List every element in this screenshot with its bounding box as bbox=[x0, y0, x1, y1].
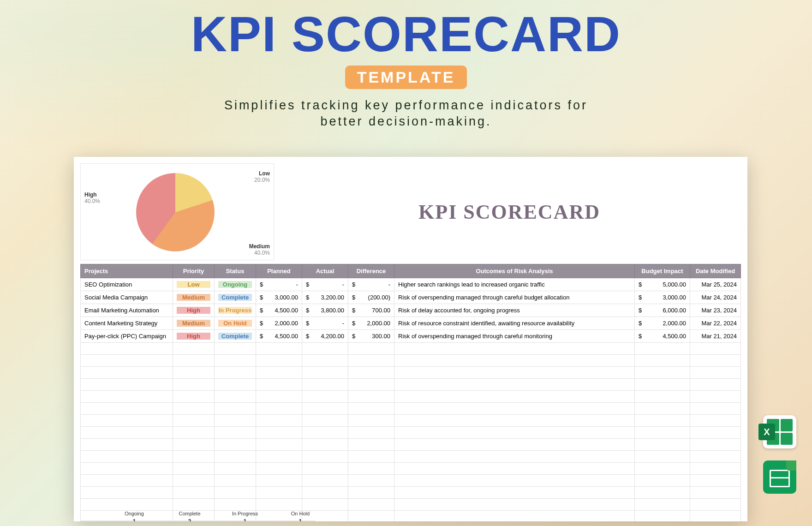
table-row-empty bbox=[81, 499, 741, 511]
table-row: SEO OptimizationLowOngoing$-$-$-Higher s… bbox=[81, 278, 741, 291]
cell-status: Ongoing bbox=[215, 278, 256, 291]
x-tick-complete: Complete bbox=[173, 511, 206, 516]
cell-priority: Medium bbox=[173, 291, 215, 304]
subtitle-line-1: Simplifies tracking key performance indi… bbox=[0, 97, 812, 114]
priority-chip: Medium bbox=[177, 294, 210, 301]
status-chip: Ongoing bbox=[218, 281, 252, 288]
cell-actual: $3,800.00 bbox=[302, 304, 348, 317]
pie-label-medium: Medium bbox=[249, 243, 270, 250]
pie-label-high: High bbox=[84, 191, 97, 198]
table-row: Content Marketing StrategyMediumOn Hold$… bbox=[81, 317, 741, 330]
cell-date: Mar 23, 2024 bbox=[690, 304, 741, 317]
table-row: Pay-per-click (PPC) CampaignHighComplete… bbox=[81, 330, 741, 343]
cell-status: In Progress bbox=[215, 304, 256, 317]
cell-project: Pay-per-click (PPC) Campaign bbox=[81, 330, 173, 343]
cell-planned: $2,000.00 bbox=[256, 317, 302, 330]
cell-budget: $6,000.00 bbox=[635, 304, 690, 317]
bar-value-ongoing: 1 bbox=[118, 518, 150, 521]
table-header-row: Projects Priority Status Planned Actual … bbox=[81, 264, 741, 278]
cell-difference: $300.00 bbox=[348, 330, 394, 343]
cell-budget: $5,000.00 bbox=[635, 278, 690, 291]
cell-priority: Medium bbox=[173, 317, 215, 330]
table-row: Email Marketing AutomationHighIn Progres… bbox=[81, 304, 741, 317]
x-tick-on-hold: On Hold bbox=[284, 511, 316, 516]
cell-risk: Risk of overspending managed through car… bbox=[394, 291, 635, 304]
table-row-empty bbox=[81, 427, 741, 439]
priority-chip: Low bbox=[177, 281, 210, 288]
th-date: Date Modified bbox=[690, 264, 741, 278]
cell-priority: High bbox=[173, 304, 215, 317]
subtitle: Simplifies tracking key performance indi… bbox=[0, 97, 812, 130]
status-chip: On Hold bbox=[218, 320, 252, 327]
spreadsheet-preview: High 40.0% Low 20.0% Medium 40.0% 2.0 1.… bbox=[74, 157, 747, 521]
th-actual: Actual bbox=[302, 264, 348, 278]
table-row-empty bbox=[81, 403, 741, 415]
pie-label-medium-pct: 40.0% bbox=[254, 250, 270, 256]
page-title: KPI SCORECARD bbox=[0, 9, 812, 59]
cell-date: Mar 22, 2024 bbox=[690, 317, 741, 330]
status-bar-chart: 2.0 1.5 1.0 0.5 0.0 1 2 1 1 Ongoing Comp… bbox=[80, 520, 316, 521]
app-icons bbox=[763, 415, 796, 494]
cell-difference: $2,000.00 bbox=[348, 317, 394, 330]
th-projects: Projects bbox=[81, 264, 173, 278]
subtitle-line-2: better decision-making. bbox=[0, 114, 812, 130]
status-chip: Complete bbox=[218, 333, 252, 340]
kpi-table: Projects Priority Status Planned Actual … bbox=[80, 264, 741, 521]
charts-row: High 40.0% Low 20.0% Medium 40.0% 2.0 1.… bbox=[80, 163, 741, 260]
template-badge: TEMPLATE bbox=[345, 66, 467, 89]
priority-pie-chart: High 40.0% Low 20.0% Medium 40.0% bbox=[80, 163, 274, 260]
status-chip: In Progress bbox=[218, 307, 252, 314]
th-planned: Planned bbox=[256, 264, 302, 278]
table-row: Social Media CampaignMediumComplete$3,00… bbox=[81, 291, 741, 304]
cell-actual: $3,200.00 bbox=[302, 291, 348, 304]
cell-risk: Risk of overspending managed through car… bbox=[394, 330, 635, 343]
cell-difference: $- bbox=[348, 278, 394, 291]
x-tick-ongoing: Ongoing bbox=[118, 511, 150, 516]
kpi-scorecard-heading: KPI SCORECARD bbox=[418, 200, 600, 224]
cell-budget: $2,000.00 bbox=[635, 317, 690, 330]
cell-planned: $3,000.00 bbox=[256, 291, 302, 304]
cell-risk: Higher search rankings lead to increased… bbox=[394, 278, 635, 291]
cell-actual: $- bbox=[302, 317, 348, 330]
table-row-empty bbox=[81, 487, 741, 499]
priority-chip: Medium bbox=[177, 320, 210, 327]
table-row-empty bbox=[81, 343, 741, 355]
status-chip: Complete bbox=[218, 294, 252, 301]
table-row-empty bbox=[81, 367, 741, 379]
cell-status: Complete bbox=[215, 291, 256, 304]
hero: KPI SCORECARD TEMPLATE Simplifies tracki… bbox=[0, 0, 812, 130]
cell-project: Content Marketing Strategy bbox=[81, 317, 173, 330]
cell-date: Mar 21, 2024 bbox=[690, 330, 741, 343]
pie-label-low: Low bbox=[259, 170, 270, 177]
table-row-empty bbox=[81, 463, 741, 475]
cell-planned: $- bbox=[256, 278, 302, 291]
table-row-empty bbox=[81, 379, 741, 391]
table-row-empty bbox=[81, 451, 741, 463]
cell-budget: $4,500.00 bbox=[635, 330, 690, 343]
cell-difference: $(200.00) bbox=[348, 291, 394, 304]
cell-project: Email Marketing Automation bbox=[81, 304, 173, 317]
cell-budget: $3,000.00 bbox=[635, 291, 690, 304]
th-budget: Budget Impact bbox=[635, 264, 690, 278]
cell-priority: High bbox=[173, 330, 215, 343]
pie-label-low-pct: 20.0% bbox=[254, 177, 270, 183]
cell-risk: Risk of delay accounted for, ongoing pro… bbox=[394, 304, 635, 317]
pie-label-high-pct: 40.0% bbox=[84, 198, 100, 204]
cell-status: Complete bbox=[215, 330, 256, 343]
cell-risk: Risk of resource constraint identified, … bbox=[394, 317, 635, 330]
kpi-title-panel: KPI SCORECARD bbox=[278, 163, 741, 260]
excel-icon bbox=[763, 415, 796, 448]
cell-project: SEO Optimization bbox=[81, 278, 173, 291]
bar-value-on-hold: 1 bbox=[284, 518, 316, 521]
cell-project: Social Media Campaign bbox=[81, 291, 173, 304]
table-row-empty bbox=[81, 415, 741, 427]
cell-planned: $4,500.00 bbox=[256, 304, 302, 317]
table-row-empty bbox=[81, 475, 741, 487]
google-sheets-icon bbox=[763, 460, 796, 494]
pie-graphic bbox=[136, 173, 215, 251]
cell-actual: $- bbox=[302, 278, 348, 291]
cell-actual: $4,200.00 bbox=[302, 330, 348, 343]
cell-date: Mar 25, 2024 bbox=[690, 278, 741, 291]
th-difference: Difference bbox=[348, 264, 394, 278]
priority-chip: High bbox=[177, 307, 210, 314]
